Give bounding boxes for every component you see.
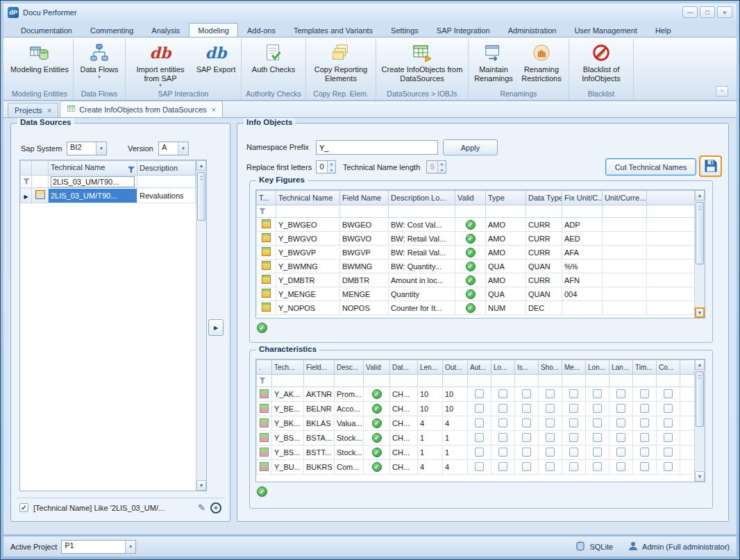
column-header[interactable]: Type bbox=[486, 191, 526, 205]
column-header[interactable]: . bbox=[257, 360, 272, 375]
database-label[interactable]: SQLite bbox=[589, 543, 613, 551]
tab-create-infoobjects[interactable]: Create InfoObjects from DataSources × bbox=[60, 101, 223, 117]
lan-checkbox[interactable] bbox=[616, 418, 625, 427]
auth-checkbox[interactable] bbox=[475, 389, 484, 398]
ribbon-tab[interactable]: Commenting bbox=[81, 23, 142, 37]
is-checkbox[interactable] bbox=[522, 404, 531, 413]
co-checkbox[interactable] bbox=[664, 448, 673, 457]
lan-checkbox[interactable] bbox=[616, 404, 625, 413]
column-header[interactable]: Valid bbox=[455, 191, 486, 205]
ribbon-tab[interactable]: SAP Integration bbox=[428, 23, 499, 37]
lon-checkbox[interactable] bbox=[593, 433, 602, 442]
is-checkbox[interactable] bbox=[522, 418, 531, 427]
ribbon-tab[interactable]: Help bbox=[646, 23, 680, 37]
key-figures-scrollbar[interactable]: ▲ ▼ bbox=[694, 190, 705, 318]
lan-checkbox[interactable] bbox=[616, 389, 625, 398]
active-project-combo[interactable]: P1 ▾ bbox=[61, 540, 136, 554]
sho-checkbox[interactable] bbox=[546, 418, 555, 427]
column-header[interactable]: Tim... bbox=[633, 360, 657, 375]
ribbon-tab[interactable]: Modeling bbox=[189, 23, 238, 37]
chevron-down-icon[interactable]: ▾ bbox=[96, 142, 106, 155]
column-header[interactable]: Lo... bbox=[491, 360, 515, 375]
lon-checkbox[interactable] bbox=[593, 404, 602, 413]
is-checkbox[interactable] bbox=[522, 462, 531, 471]
column-header[interactable]: Me... bbox=[562, 360, 586, 375]
import-entities-button[interactable]: db Import entities from SAP ▾ bbox=[128, 40, 193, 90]
lon-checkbox[interactable] bbox=[593, 418, 602, 427]
active-filter-funnel-icon[interactable] bbox=[128, 167, 135, 173]
tim-checkbox[interactable] bbox=[640, 448, 649, 457]
co-checkbox[interactable] bbox=[664, 389, 673, 398]
ribbon-tab[interactable]: Settings bbox=[382, 23, 428, 37]
scrollbar-thumb[interactable] bbox=[696, 202, 704, 264]
column-header[interactable]: Description Lo... bbox=[389, 191, 455, 205]
scroll-up-icon[interactable]: ▲ bbox=[695, 359, 705, 370]
version-combo[interactable]: A ▾ bbox=[158, 142, 189, 155]
me-checkbox[interactable] bbox=[569, 448, 578, 457]
column-header[interactable]: Lan... bbox=[609, 360, 633, 375]
column-header[interactable]: Valid bbox=[364, 360, 390, 375]
auth-checkbox[interactable] bbox=[475, 448, 484, 457]
column-header[interactable]: Unit/Curre... bbox=[603, 191, 647, 205]
characteristic-row[interactable]: Y_AK... AKTNR Prom... ✓ CH... 10 10 bbox=[257, 387, 695, 402]
chevron-down-icon[interactable]: ▾ bbox=[178, 142, 188, 155]
lo-checkbox[interactable] bbox=[498, 433, 507, 442]
lo-checkbox[interactable] bbox=[498, 418, 507, 427]
lo-checkbox[interactable] bbox=[498, 404, 507, 413]
co-checkbox[interactable] bbox=[664, 418, 673, 427]
tim-checkbox[interactable] bbox=[640, 389, 649, 398]
stepper-down-icon[interactable]: ▼ bbox=[328, 167, 335, 173]
maximize-button[interactable]: □ bbox=[700, 6, 715, 18]
modeling-entities-button[interactable]: Modeling Entities bbox=[8, 40, 71, 90]
characteristic-row[interactable]: Y_BU... BUKRS Com... ✓ CH... 4 4 bbox=[257, 460, 695, 475]
column-header[interactable]: Co... bbox=[657, 360, 680, 375]
scroll-down-icon[interactable]: ▼ bbox=[695, 471, 705, 482]
lan-checkbox[interactable] bbox=[616, 448, 625, 457]
auth-checkbox[interactable] bbox=[475, 418, 484, 427]
clear-filter-icon[interactable]: × bbox=[210, 502, 221, 514]
lo-checkbox[interactable] bbox=[498, 389, 507, 398]
key-figure-row[interactable]: Y_DMBTR DMBTR Amount in loc... ✓ AMO CUR… bbox=[257, 273, 695, 287]
is-checkbox[interactable] bbox=[522, 433, 531, 442]
column-header[interactable]: Is... bbox=[515, 360, 539, 375]
sap-system-combo[interactable]: BI2 ▾ bbox=[67, 142, 107, 155]
filter-enabled-checkbox[interactable]: ✓ bbox=[19, 503, 28, 512]
sho-checkbox[interactable] bbox=[546, 404, 555, 413]
me-checkbox[interactable] bbox=[569, 418, 578, 427]
key-figure-row[interactable]: Y_BWGVO BWGVO BW: Retail Val... ✓ AMO CU… bbox=[257, 232, 695, 246]
save-button[interactable] bbox=[699, 155, 722, 177]
key-figure-row[interactable]: Y_BWGEO BWGEO BW: Cost Val... ✓ AMO CURR… bbox=[257, 218, 695, 232]
sap-export-button[interactable]: db SAP Export bbox=[193, 40, 239, 90]
sho-checkbox[interactable] bbox=[546, 462, 555, 471]
sho-checkbox[interactable] bbox=[546, 389, 555, 398]
me-checkbox[interactable] bbox=[569, 389, 578, 398]
close-tab-icon[interactable]: × bbox=[212, 105, 216, 114]
collapse-ribbon-button[interactable]: ^ bbox=[716, 86, 728, 96]
cut-technical-names-button[interactable]: Cut Technical Names bbox=[605, 158, 696, 176]
ribbon-tab[interactable]: Administration bbox=[499, 23, 566, 37]
description-filter-cell[interactable] bbox=[137, 176, 196, 188]
auth-checks-button[interactable]: Auth Checks bbox=[244, 40, 303, 90]
tab-projects[interactable]: Projects × bbox=[8, 103, 58, 117]
key-figure-row[interactable]: Y_MENGE MENGE Quantity ✓ QUA QUAN 004 bbox=[257, 287, 695, 301]
namespace-prefix-input[interactable] bbox=[316, 140, 438, 155]
is-checkbox[interactable] bbox=[522, 389, 531, 398]
column-header[interactable]: Out... bbox=[443, 360, 468, 375]
user-label[interactable]: Admin (Full administrator) bbox=[642, 543, 730, 551]
ribbon-tab[interactable]: Analysis bbox=[142, 23, 189, 37]
stepper-up-icon[interactable]: ▲ bbox=[328, 161, 335, 167]
column-header[interactable]: T... bbox=[257, 191, 276, 205]
chevron-down-icon[interactable]: ▾ bbox=[125, 541, 135, 553]
blacklist-infoobjects-button[interactable]: Blacklist of InfoObjects bbox=[571, 40, 631, 90]
lon-checkbox[interactable] bbox=[593, 389, 602, 398]
ribbon-tab[interactable]: Templates and Variants bbox=[285, 23, 382, 37]
characteristic-row[interactable]: Y_BE... BELNR Acco... ✓ CH... 10 10 bbox=[257, 402, 695, 416]
co-checkbox[interactable] bbox=[664, 433, 673, 442]
datasource-row[interactable]: ▶ 2LIS_03_UM/T90... Revaluations bbox=[21, 188, 196, 203]
scroll-down-icon[interactable]: ▼ bbox=[196, 480, 206, 491]
ribbon-tab[interactable]: User Management bbox=[565, 23, 646, 37]
auth-checkbox[interactable] bbox=[475, 404, 484, 413]
column-header[interactable]: Field... bbox=[304, 360, 335, 375]
column-header[interactable]: Len... bbox=[418, 360, 443, 375]
sho-checkbox[interactable] bbox=[546, 433, 555, 442]
